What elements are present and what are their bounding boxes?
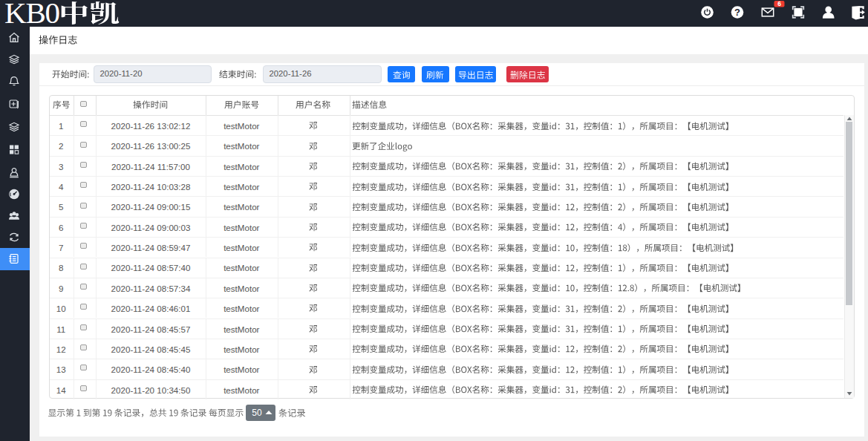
svg-text:6: 6 — [777, 0, 781, 7]
svg-text:?: ? — [734, 7, 740, 18]
